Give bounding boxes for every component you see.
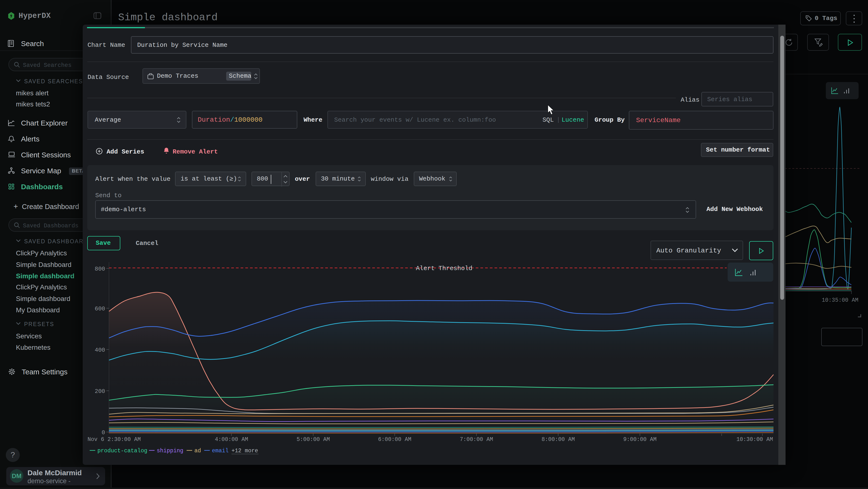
- svg-text:800: 800: [95, 266, 105, 272]
- svg-text:email: email: [212, 448, 228, 454]
- svg-text:600: 600: [95, 306, 105, 312]
- svg-text:0: 0: [102, 429, 105, 436]
- svg-text:shipping: shipping: [157, 448, 183, 454]
- svg-text:Nov 6 2:30:00 AM: Nov 6 2:30:00 AM: [88, 436, 141, 443]
- svg-text:Alert Threshold: Alert Threshold: [416, 265, 472, 272]
- svg-text:200: 200: [95, 388, 105, 395]
- svg-text:400: 400: [95, 347, 105, 353]
- svg-text:product-catalog: product-catalog: [97, 448, 147, 454]
- svg-text:10:30:00 AM: 10:30:00 AM: [736, 436, 773, 443]
- svg-text:4:00:00 AM: 4:00:00 AM: [215, 436, 248, 443]
- svg-text:ad: ad: [194, 448, 201, 454]
- svg-text:5:00:00 AM: 5:00:00 AM: [297, 436, 330, 443]
- svg-text:7:00:00 AM: 7:00:00 AM: [460, 436, 493, 443]
- svg-text:+12 more: +12 more: [231, 448, 258, 454]
- svg-text:6:00:00 AM: 6:00:00 AM: [378, 436, 411, 443]
- svg-text:8:00:00 AM: 8:00:00 AM: [541, 436, 575, 443]
- svg-text:9:00:00 AM: 9:00:00 AM: [623, 436, 656, 443]
